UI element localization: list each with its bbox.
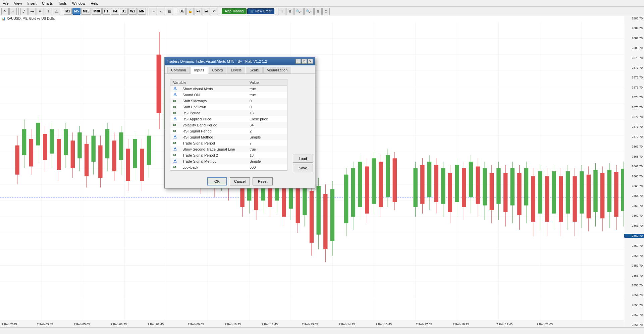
close-btn[interactable]: ✕ [308, 59, 313, 64]
tab-inputs[interactable]: Inputs [191, 67, 208, 74]
pen-tool[interactable]: ✏ [37, 8, 44, 15]
menu-help[interactable]: Help [88, 1, 101, 6]
row-icon: 01 [170, 98, 180, 104]
menu-tools[interactable]: Tools [55, 1, 69, 6]
row-value[interactable]: 2 [247, 128, 287, 134]
tab-colors[interactable]: Colors [209, 67, 227, 73]
tab-scale[interactable]: Scale [246, 67, 263, 73]
menu-insert[interactable]: Insert [24, 1, 39, 6]
svg-rect-187 [566, 171, 570, 214]
row-icon [170, 158, 180, 164]
time-label: 7 Feb 10:25 [225, 323, 241, 326]
indicator-btn[interactable]: IDE [177, 8, 186, 15]
row-value[interactable]: Simple [247, 134, 287, 140]
row-value[interactable]: 34 [247, 122, 287, 128]
dialog-tbody: Show Visual AlertstrueSound ONtrue01Shif… [170, 86, 287, 171]
forward-btn[interactable]: ⏭ [203, 8, 210, 15]
tab-common[interactable]: Common [167, 67, 190, 73]
minimize-btn[interactable]: _ [296, 59, 301, 64]
algo-trading-btn[interactable]: Algo Trading [222, 8, 247, 14]
menu-file[interactable]: File [0, 1, 11, 6]
row-value[interactable]: true [247, 86, 287, 92]
svg-rect-139 [386, 155, 390, 198]
chart-grid-btn[interactable]: ⊞ [286, 8, 293, 15]
text-tool[interactable]: T [45, 8, 52, 15]
period-h1[interactable]: H1 [102, 8, 110, 15]
menu-charts[interactable]: Charts [39, 1, 55, 6]
zoom-in-btn[interactable]: 🔍+ [304, 8, 314, 15]
row-value[interactable]: true [247, 92, 287, 98]
row-value[interactable]: 0 [247, 98, 287, 104]
zoom-out-btn[interactable]: 🔍− [294, 8, 304, 15]
time-label: 7 Feb 14:25 [339, 323, 355, 326]
price-label: 2872.70 [624, 115, 644, 119]
row-value[interactable]: 18 [247, 152, 287, 158]
chart-type2[interactable]: ▭ [158, 8, 165, 15]
new-order-btn[interactable]: 🛒 New Order [247, 8, 274, 14]
row-value[interactable]: 7 [247, 140, 287, 146]
tab-visualization[interactable]: Visualization [263, 67, 291, 73]
lock-btn[interactable]: 🔒 [186, 8, 194, 15]
svg-point-215 [175, 137, 175, 138]
time-label: 7 Feb 17:05 [416, 323, 432, 326]
expand-btn[interactable]: ⊡ [322, 8, 330, 15]
price-label: 2854.70 [624, 293, 644, 297]
period-w1[interactable]: W1 [128, 8, 137, 15]
time-label: 7 Feb 03:45 [37, 323, 53, 326]
row-value[interactable]: true [247, 146, 287, 152]
refresh-btn[interactable]: ↺ [211, 8, 218, 15]
menu-bar: File View Insert Charts Tools Window Hel… [0, 0, 644, 7]
time-label: 7 Feb 18:25 [453, 323, 469, 326]
price-label: 2865.70 [624, 184, 644, 188]
price-label: 2857.70 [624, 264, 644, 267]
row-variable: Show Visual Alerts [180, 86, 247, 92]
cancel-btn[interactable]: Cancel [230, 177, 250, 185]
svg-rect-163 [483, 168, 487, 205]
sep4 [175, 8, 175, 15]
chart-area[interactable]: 📊 XAUUSD, M5: Gold vs US Dollar [0, 16, 644, 327]
save-btn[interactable]: Save [293, 164, 313, 172]
period-m1[interactable]: M1 [64, 8, 72, 15]
price-label: 2864.70 [624, 194, 644, 198]
period-m5[interactable]: M5 [72, 8, 80, 15]
row-icon [170, 146, 180, 152]
menu-view[interactable]: View [11, 1, 25, 6]
svg-rect-199 [607, 170, 611, 212]
period-h4[interactable]: H4 [111, 8, 119, 15]
table-btn[interactable]: ⊟ [314, 8, 322, 15]
period-mn[interactable]: MN [138, 8, 146, 15]
reset-btn[interactable]: Reset [253, 177, 273, 185]
chart-type3[interactable]: ▦ [166, 8, 173, 15]
tick-btn[interactable]: ↑↓ [278, 8, 285, 15]
svg-rect-149 [434, 165, 438, 202]
row-value[interactable]: 500 [247, 164, 287, 170]
svg-rect-39 [22, 129, 26, 155]
table-row: 01Shift Up/Down0 [170, 104, 287, 110]
back-btn[interactable]: ⏮ [195, 8, 202, 15]
svg-rect-197 [600, 173, 604, 218]
chart-type1[interactable]: 〜 [150, 8, 157, 15]
restore-btn[interactable]: □ [302, 59, 307, 64]
row-value[interactable]: Simple [247, 158, 287, 164]
load-btn[interactable]: Load [293, 155, 313, 163]
crosshair-tool[interactable]: + [9, 8, 17, 15]
menu-window[interactable]: Window [69, 1, 88, 6]
svg-rect-189 [573, 176, 577, 222]
row-value[interactable]: Close price [247, 116, 287, 122]
line-tool[interactable]: ╱ [20, 8, 28, 15]
hline-tool[interactable]: — [29, 8, 36, 15]
row-variable: RSI Applied Price [180, 116, 247, 122]
dialog-window[interactable]: Traders Dynamic Index Visual Alerts MT5 … [164, 57, 315, 188]
period-d1[interactable]: D1 [120, 8, 128, 15]
row-value[interactable]: 0 [247, 104, 287, 110]
chart-canvas-svg [0, 22, 644, 321]
price-label: 2852.70 [624, 313, 644, 317]
ok-btn[interactable]: OK [207, 177, 227, 185]
arrow-tool[interactable]: ↖ [1, 8, 9, 15]
period-m30[interactable]: M30 [92, 8, 101, 15]
tab-levels[interactable]: Levels [227, 67, 245, 73]
shape-tool[interactable]: △ [53, 8, 60, 15]
period-m15[interactable]: M15 [81, 8, 91, 15]
svg-rect-75 [147, 136, 151, 165]
row-value[interactable]: 13 [247, 110, 287, 116]
